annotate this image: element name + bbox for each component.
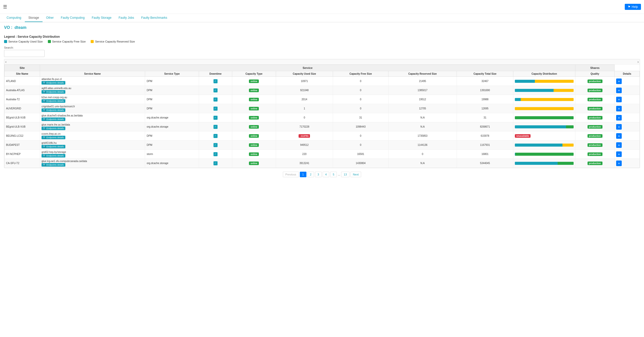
endpoints-button[interactable]: 🔍 Endpoints details xyxy=(42,136,65,139)
page-1-button[interactable]: 1 xyxy=(300,172,306,177)
add-details-button[interactable]: + xyxy=(616,133,622,139)
help-button[interactable]: ⚑ Help xyxy=(625,4,641,10)
add-details-button[interactable]: + xyxy=(616,161,622,166)
scroll-arrow-row: ‹ › xyxy=(4,59,640,65)
table-row: ATLANDatlandse.fis.puc.cl 🔍 Endpoints de… xyxy=(5,77,640,86)
tab-computing[interactable]: Computing xyxy=(3,14,25,22)
details-cell: + xyxy=(615,95,640,104)
col-capacity-used: Capacity Used Size xyxy=(276,71,333,77)
capacity-total-cell: 8268671 xyxy=(457,122,513,131)
capacity-used-cell: 220 xyxy=(276,150,333,159)
capacity-bar xyxy=(515,125,574,128)
quality-cell: production xyxy=(575,113,614,122)
quality-badge: production xyxy=(588,98,602,101)
tab-other[interactable]: Other xyxy=(43,14,57,22)
capacity-bar-used xyxy=(515,98,521,101)
quality-cell: production xyxy=(575,86,614,95)
hamburger-menu[interactable]: ☰ xyxy=(3,4,7,10)
capacity-distribution-cell xyxy=(513,104,575,113)
endpoints-button[interactable]: 🔍 Endpoints details xyxy=(42,163,65,167)
add-details-button[interactable]: + xyxy=(616,106,622,111)
page-5-button[interactable]: 5 xyxy=(330,172,337,177)
add-details-button[interactable]: + xyxy=(616,142,622,148)
endpoints-button[interactable]: 🔍 Endpoints details xyxy=(42,90,65,94)
site-name-cell: BUDAPEST xyxy=(5,141,40,150)
flag-icon: ⚑ xyxy=(628,5,631,9)
add-details-button[interactable]: + xyxy=(616,124,622,130)
capacity-type-cell: online xyxy=(232,86,276,95)
capacity-total-cell: 5344045 xyxy=(457,159,513,168)
capacity-distribution-cell xyxy=(513,159,575,168)
capacity-distribution-cell xyxy=(513,77,575,86)
endpoints-button[interactable]: 🔍 Endpoints details xyxy=(42,108,65,112)
quality-badge: production xyxy=(588,152,602,156)
table-row: BY-NCPHEPgrid02.hep.by/storage 🔍 Endpoin… xyxy=(5,150,640,159)
col-site-name: Site Name xyxy=(5,71,40,77)
legend-free-label: Service Capacity Free Size xyxy=(52,40,86,43)
endpoints-button[interactable]: 🔍 Endpoints details xyxy=(42,154,65,157)
capacity-type-badge: online xyxy=(249,125,259,129)
capacity-type-badge: online xyxy=(249,152,259,156)
capacity-reserved-cell: N.A xyxy=(388,122,457,131)
capacity-distribution-cell xyxy=(513,150,575,159)
downtime-indicator: ✓ xyxy=(213,125,218,129)
capacity-bar-reserved xyxy=(562,144,574,147)
capacity-reserved-cell: N.A xyxy=(388,113,457,122)
endpoints-button[interactable]: 🔍 Endpoints details xyxy=(42,127,65,130)
site-name-cell: AUVERGRID xyxy=(5,104,40,113)
page-2-button[interactable]: 2 xyxy=(307,172,314,177)
page-4-button[interactable]: 4 xyxy=(323,172,329,177)
tab-faulty-jobs[interactable]: Faulty Jobs xyxy=(115,14,138,22)
prev-button[interactable]: Previous xyxy=(283,172,299,177)
capacity-free-cell: 0 xyxy=(333,86,388,95)
top-bar: ☰ ⚑ Help xyxy=(0,0,644,14)
capacity-bar xyxy=(515,153,574,156)
downtime-cell: ✓ xyxy=(199,77,232,86)
legend-free: Service Capacity Free Size xyxy=(48,40,86,43)
scroll-left-arrow[interactable]: ‹ xyxy=(5,60,7,64)
tab-faulty-computing[interactable]: Faulty Computing xyxy=(57,14,88,22)
service-type-cell: DPM xyxy=(145,104,199,113)
details-cell: + xyxy=(615,131,640,141)
add-details-button[interactable]: + xyxy=(616,115,622,121)
tab-storage[interactable]: Storage xyxy=(25,14,43,22)
site-name-cell: Australia-ATLAS xyxy=(5,86,40,95)
add-details-button[interactable]: + xyxy=(616,78,622,84)
page-13-button[interactable]: 13 xyxy=(341,172,349,177)
site-name-cell: BEgrid-ULB-VUB xyxy=(5,122,40,131)
endpoints-button[interactable]: 🔍 Endpoints details xyxy=(42,99,65,103)
data-table-wrapper: ‹ › Site Service Shares Site Name Servic… xyxy=(4,59,640,168)
scroll-right-arrow[interactable]: › xyxy=(637,60,639,64)
quality-badge: production xyxy=(588,89,602,92)
capacity-free-cell: 31 xyxy=(333,113,388,122)
next-button[interactable]: Next xyxy=(350,172,361,177)
tab-faulty-storage[interactable]: Faulty Storage xyxy=(88,14,115,22)
add-details-button[interactable]: + xyxy=(616,97,622,102)
endpoints-button[interactable]: 🔍 Endpoints details xyxy=(42,145,65,148)
service-name-cell: atlandse.fis.puc.cl 🔍 Endpoints details xyxy=(40,77,145,86)
capacity-type-cell: online xyxy=(232,141,276,150)
quality-badge: production xyxy=(588,80,602,83)
page-content: VO : dteam Legend : Service Capacity Dis… xyxy=(0,22,644,184)
quality-badge: production xyxy=(588,116,602,120)
service-name-cell: agft3.atlas.unimelb.edu.au 🔍 Endpoints d… xyxy=(40,86,145,95)
unavailable-badge: Unavailable xyxy=(515,134,531,138)
page-3-button[interactable]: 3 xyxy=(315,172,322,177)
site-name-cell: BEIJING-LCG2 xyxy=(5,131,40,141)
quality-badge: production xyxy=(588,143,602,147)
tab-faulty-benchmarks[interactable]: Faulty Benchmarks xyxy=(138,14,171,22)
add-details-button[interactable]: + xyxy=(616,88,622,93)
table-row: BUDAPESTgrid43.kfki.hu 🔍 Endpoints detai… xyxy=(5,141,640,150)
search-input[interactable] xyxy=(4,50,45,57)
capacity-reserved-cell: 0 xyxy=(388,150,457,159)
add-details-button[interactable]: + xyxy=(616,151,622,157)
capacity-bar xyxy=(515,80,574,83)
capacity-type-badge: online xyxy=(249,162,259,165)
col-capacity-total: Capacity Total Size xyxy=(457,71,513,77)
service-name-cell: grid43.kfki.hu 🔍 Endpoints details xyxy=(40,141,145,150)
capacity-bar-reserved xyxy=(535,80,574,83)
quality-cell: production xyxy=(575,77,614,86)
endpoints-button[interactable]: 🔍 Endpoints details xyxy=(42,117,65,121)
service-type-cell: DPM xyxy=(145,131,199,141)
endpoints-button[interactable]: 🔍 Endpoints details xyxy=(42,81,65,85)
